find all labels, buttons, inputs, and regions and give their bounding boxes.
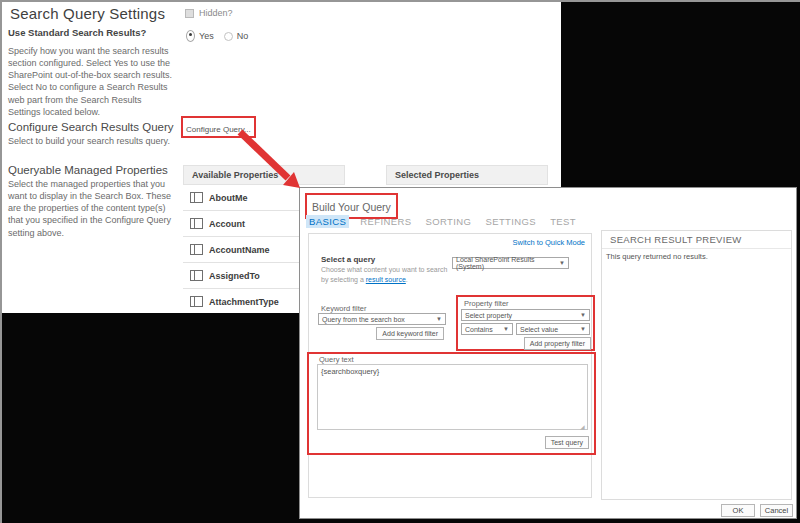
annotation-arrow [234, 128, 306, 192]
chevron-down-icon: ▼ [503, 326, 509, 332]
search-result-preview-panel: SEARCH RESULT PREVIEW This query returne… [601, 230, 792, 500]
query-text-textarea[interactable]: {searchboxquery} [317, 364, 588, 430]
yes-radio[interactable] [186, 30, 195, 42]
dialog-tabs: BASICS REFINERS SORTING SETTINGS TEST [309, 216, 576, 227]
keyword-filter-label: Keyword filter [321, 304, 366, 313]
annotation-box-query-text: Query text {searchboxquery} ◢ Test query [307, 352, 596, 455]
property-select[interactable]: Select property ▼ [461, 309, 590, 321]
switch-to-quick-mode-link[interactable]: Switch to Quick Mode [512, 238, 585, 247]
select-a-query-label: Select a query [321, 255, 375, 264]
hidden-label: Hidden? [199, 8, 233, 18]
add-keyword-filter-button[interactable]: Add keyword filter [376, 327, 444, 340]
no-radio[interactable] [224, 32, 233, 41]
table-icon [190, 244, 203, 255]
property-filter-label: Property filter [464, 299, 509, 308]
screenshot-canvas: Search Query Settings Hidden? Use Standa… [0, 0, 800, 523]
tab-refiners[interactable]: REFINERS [360, 216, 411, 227]
queryable-heading: Queryable Managed Properties [8, 164, 168, 176]
value-select[interactable]: Select value ▼ [516, 323, 590, 335]
cancel-button[interactable]: Cancel [760, 504, 793, 517]
operator-select[interactable]: Contains ▼ [461, 323, 513, 335]
tab-basics[interactable]: BASICS [306, 215, 349, 228]
standard-results-description: Specify how you want the search results … [8, 45, 173, 118]
resize-handle-icon[interactable]: ◢ [580, 423, 585, 430]
test-query-button[interactable]: Test query [545, 436, 589, 449]
page-title: Search Query Settings [10, 5, 165, 22]
table-icon [190, 192, 203, 203]
selected-properties-header: Selected Properties [386, 165, 548, 185]
dialog-title: Build Your Query [312, 201, 391, 213]
build-your-query-dialog: Build Your Query BASICS REFINERS SORTING… [299, 187, 797, 519]
table-icon [190, 270, 203, 281]
select-a-query-description: Choose what content you want to search b… [321, 265, 452, 285]
tab-test[interactable]: TEST [550, 216, 576, 227]
preview-header: SEARCH RESULT PREVIEW [602, 231, 791, 249]
hidden-checkbox[interactable] [185, 9, 194, 18]
yes-label: Yes [199, 30, 214, 42]
standard-results-question: Use Standard Search Results? [8, 27, 146, 38]
chevron-down-icon: ▼ [559, 260, 565, 266]
configure-query-heading: Configure Search Results Query [8, 121, 174, 133]
annotation-box-property-filter: Property filter Select property ▼ Contai… [456, 295, 595, 351]
preview-empty-message: This query returned no results. [602, 249, 791, 264]
table-icon [190, 296, 203, 307]
add-property-filter-button[interactable]: Add property filter [524, 337, 591, 350]
chevron-down-icon: ▼ [436, 316, 442, 322]
chevron-down-icon: ▼ [580, 312, 586, 318]
tab-settings[interactable]: SETTINGS [485, 216, 536, 227]
tab-sorting[interactable]: SORTING [425, 216, 471, 227]
chevron-down-icon: ▼ [580, 326, 586, 332]
configure-query-description: Select to build your search results quer… [8, 135, 170, 147]
query-source-select[interactable]: Local SharePoint Results (System) ▼ [452, 257, 569, 269]
result-source-link[interactable]: result source [366, 276, 406, 283]
query-text-label: Query text [319, 355, 354, 364]
queryable-description: Select the managed properties that you w… [8, 178, 178, 239]
table-icon [190, 218, 203, 229]
ok-button[interactable]: OK [721, 504, 755, 517]
no-label: No [237, 30, 249, 42]
keyword-filter-select[interactable]: Query from the search box ▼ [318, 313, 446, 325]
